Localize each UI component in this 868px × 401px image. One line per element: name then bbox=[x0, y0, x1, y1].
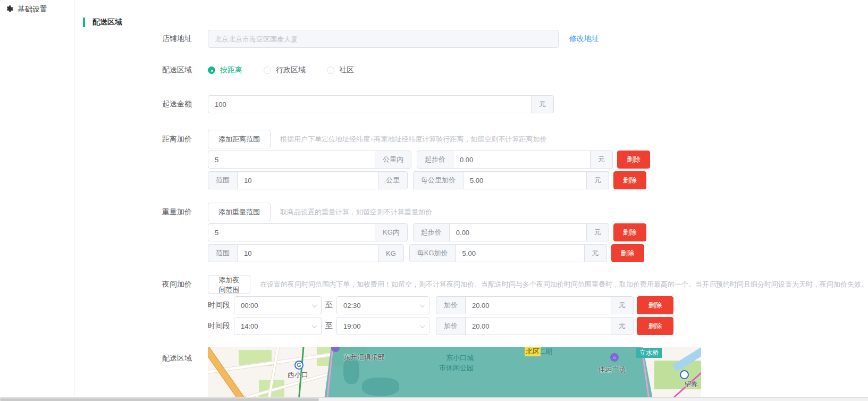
horizontal-scrollbar[interactable] bbox=[0, 397, 868, 401]
chevron-down-icon bbox=[420, 302, 425, 307]
time-to-select-2[interactable]: 19:00 bbox=[336, 317, 429, 335]
per-kg-label: 每KG加价 bbox=[409, 244, 456, 262]
chevron-down-icon bbox=[312, 323, 317, 328]
radio-unselected-icon bbox=[264, 66, 271, 74]
distance-range-group-2: 范围 公里 bbox=[208, 171, 408, 189]
radio-community[interactable]: 社区 bbox=[327, 65, 354, 75]
modify-address-link[interactable]: 修改地址 bbox=[569, 34, 599, 44]
section-title: 配送区域 bbox=[92, 18, 122, 27]
weight-price-group: 起步价 元 bbox=[413, 223, 609, 241]
time-from-value: 14:00 bbox=[241, 322, 258, 330]
area-mode-label: 配送区域 bbox=[75, 65, 208, 75]
distance-price-group: 起步价 元 bbox=[417, 151, 613, 169]
main-content: 配送区域 店铺地址 修改地址 配送区域 按距离 行政区域 社区 bbox=[75, 0, 868, 401]
weight-limit-input[interactable] bbox=[208, 223, 375, 241]
delete-weight-row-1-button[interactable]: 删除 bbox=[613, 223, 646, 241]
poi-garden-icon bbox=[680, 370, 689, 379]
weight-limit-group: KG内 bbox=[208, 223, 408, 241]
poi-jiayun-plaza: 佳运广场 bbox=[598, 365, 626, 374]
store-address-label: 店铺地址 bbox=[75, 34, 208, 44]
scrollbar-thumb[interactable] bbox=[0, 398, 319, 401]
weight-base-price-unit: 元 bbox=[586, 223, 609, 241]
delete-distance-row-2-button[interactable]: 删除 bbox=[613, 171, 646, 189]
per-km-price-input[interactable] bbox=[463, 171, 587, 189]
night-price-label: 加价 bbox=[436, 296, 466, 314]
radio-unselected-icon bbox=[327, 66, 334, 74]
range-label: 范围 bbox=[208, 171, 238, 189]
weight-base-price-input[interactable] bbox=[449, 223, 587, 241]
delivery-area-map[interactable]: G 西小口 东升汇俱乐部 东小口城 市休闲公园 公园二期北区 立水桥 ⌂ 佳运广… bbox=[208, 347, 701, 399]
sidebar: 基础设置 bbox=[0, 0, 74, 401]
weight-header-row: 重量加价 添加重量范围 取商品设置的重量计算，如留空则不计算重量加价 bbox=[75, 203, 868, 221]
add-distance-range-button[interactable]: 添加距离范围 bbox=[208, 130, 271, 148]
time-to-value: 02:30 bbox=[343, 302, 361, 310]
weight-row-1: KG内 起步价 元 删除 bbox=[75, 223, 868, 241]
per-kg-price-group: 每KG加价 元 bbox=[409, 244, 607, 262]
delete-weight-row-2-button[interactable]: 删除 bbox=[611, 244, 644, 262]
store-address-row: 店铺地址 修改地址 bbox=[75, 30, 868, 48]
radio-by-distance[interactable]: 按距离 bbox=[208, 65, 242, 75]
gear-icon bbox=[5, 5, 13, 14]
time-to-select[interactable]: 02:30 bbox=[336, 296, 429, 314]
night-price-unit: 元 bbox=[611, 317, 634, 335]
to-label: 至 bbox=[325, 321, 333, 331]
weight-base-price-label: 起步价 bbox=[413, 223, 450, 241]
radio-by-distance-label: 按距离 bbox=[220, 65, 242, 75]
weight-limit-unit: KG内 bbox=[375, 223, 408, 241]
night-row-1: 时间段 00:00 至 02:30 加价 元 删除 bbox=[75, 296, 868, 314]
sidebar-item-label: 基础设置 bbox=[18, 5, 47, 14]
delete-distance-row-1-button[interactable]: 删除 bbox=[617, 151, 650, 169]
weight-label: 重量加价 bbox=[75, 207, 208, 217]
night-price-input[interactable] bbox=[465, 296, 611, 314]
poi-lishuiqiao-badge: 立水桥 bbox=[636, 348, 662, 358]
poi-park-line2: 市休闲公园 bbox=[439, 363, 474, 373]
metro-station-icon: G bbox=[294, 361, 304, 370]
distance-range-input[interactable] bbox=[237, 171, 378, 189]
add-weight-range-button[interactable]: 添加重量范围 bbox=[208, 203, 271, 221]
base-price-input[interactable] bbox=[453, 151, 591, 169]
sidebar-item-basic-settings[interactable]: 基础设置 bbox=[0, 0, 74, 19]
distance-row-1: 公里内 起步价 元 删除 bbox=[75, 151, 868, 169]
poi-wangchun: 望春 bbox=[684, 380, 698, 389]
time-range-label: 时间段 bbox=[208, 300, 230, 310]
radio-selected-icon bbox=[208, 66, 215, 74]
weight-row-2: 范围 KG 每KG加价 元 删除 bbox=[75, 244, 868, 262]
to-label: 至 bbox=[325, 300, 333, 310]
night-price-input-2[interactable] bbox=[465, 317, 611, 335]
distance-hint: 根据用户下单定位地址经纬度+商家地址经纬度计算骑行距离，如留空则不计算距离加价 bbox=[280, 135, 547, 144]
weight-range-group: 范围 KG bbox=[208, 244, 404, 262]
min-order-unit: 元 bbox=[531, 95, 554, 113]
chevron-down-icon bbox=[420, 323, 425, 328]
min-order-row: 起送金额 元 bbox=[75, 95, 868, 113]
weight-hint: 取商品设置的重量计算，如留空则不计算重量加价 bbox=[280, 207, 432, 217]
time-from-select[interactable]: 00:00 bbox=[234, 296, 322, 314]
distance-label: 距离加价 bbox=[75, 135, 208, 144]
min-order-label: 起送金额 bbox=[75, 99, 208, 109]
radio-admin-region[interactable]: 行政区域 bbox=[264, 65, 306, 75]
weight-range-input[interactable] bbox=[237, 244, 378, 262]
night-price-unit: 元 bbox=[611, 296, 634, 314]
weight-range-unit: KG bbox=[378, 244, 404, 262]
time-from-select-2[interactable]: 14:00 bbox=[234, 317, 322, 335]
per-kg-unit: 元 bbox=[584, 244, 607, 262]
base-price-label: 起步价 bbox=[417, 151, 453, 169]
per-kg-price-input[interactable] bbox=[456, 244, 585, 262]
distance-range-group: 公里内 bbox=[208, 151, 411, 169]
min-order-group: 元 bbox=[208, 95, 554, 113]
poi-plaza-icon: ⌂ bbox=[610, 353, 619, 362]
delete-night-row-2-button[interactable]: 删除 bbox=[637, 317, 673, 335]
night-price-group-2: 加价 元 bbox=[436, 317, 634, 335]
time-to-value: 19:00 bbox=[343, 322, 361, 330]
per-km-unit: 元 bbox=[586, 171, 609, 189]
add-night-range-button[interactable]: 添加夜间范围 bbox=[208, 275, 250, 294]
store-address-group bbox=[208, 30, 559, 48]
store-address-input[interactable] bbox=[208, 30, 559, 48]
section-header: 配送区域 bbox=[83, 18, 868, 27]
poi-club: 东升汇俱乐部 bbox=[343, 353, 385, 362]
delete-night-row-1-button[interactable]: 删除 bbox=[637, 296, 673, 314]
min-order-input[interactable] bbox=[208, 95, 532, 113]
base-price-unit: 元 bbox=[590, 151, 613, 169]
area-mode-row: 配送区域 按距离 行政区域 社区 bbox=[75, 65, 868, 75]
radio-community-label: 社区 bbox=[339, 65, 354, 75]
distance-limit-input[interactable] bbox=[208, 151, 375, 169]
